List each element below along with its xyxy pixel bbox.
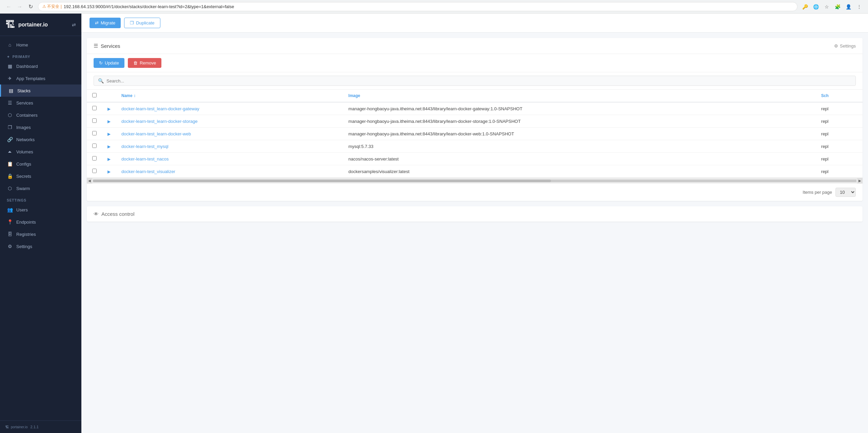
service-sched-cell: repl — [816, 140, 863, 153]
sidebar-item-configs[interactable]: 📋 Configs — [0, 158, 81, 170]
service-name-link[interactable]: docker-learn-test_learn-docker-web — [121, 131, 191, 136]
browser-actions: 🔑 🌐 ☆ 🧩 👤 ⋮ — [800, 2, 864, 12]
scheduled-column-header[interactable]: Sch — [816, 90, 863, 102]
expand-button[interactable]: ▶ — [107, 144, 111, 149]
table-row: ▶ docker-learn-test_visualizer dockersam… — [87, 165, 863, 178]
sidebar-item-swarm[interactable]: ⬡ Swarm — [0, 182, 81, 194]
services-table-wrapper: Name ↕ Image Sch — [87, 90, 863, 178]
image-column-header[interactable]: Image — [343, 90, 816, 102]
sidebar-item-app-templates[interactable]: ✈ App Templates — [0, 72, 81, 84]
row-checkbox-cell[interactable] — [87, 128, 102, 140]
expand-cell[interactable]: ▶ — [102, 115, 116, 128]
sidebar-item-services[interactable]: ☰ Services — [0, 97, 81, 109]
select-all-header — [87, 90, 102, 102]
expand-button[interactable]: ▶ — [107, 169, 111, 174]
expand-cell[interactable]: ▶ — [102, 165, 116, 178]
service-name-link[interactable]: docker-learn-test_mysql — [121, 144, 169, 149]
key-icon[interactable]: 🔑 — [800, 2, 810, 12]
name-column-header[interactable]: Name ↕ — [116, 90, 343, 102]
row-checkbox-cell[interactable] — [87, 115, 102, 128]
back-button[interactable]: ← — [4, 2, 14, 12]
table-row: ▶ docker-learn-test_nacos nacos/nacos-se… — [87, 153, 863, 165]
sidebar-item-volumes[interactable]: ⏶ Volumes — [0, 146, 81, 158]
sidebar-item-label: App Templates — [16, 76, 45, 81]
sidebar-item-label: Dashboard — [16, 64, 38, 69]
bookmark-icon[interactable]: ☆ — [822, 2, 831, 12]
migrate-icon: ⇄ — [95, 20, 99, 25]
service-name-cell: docker-learn-test_learn-docker-storage — [116, 115, 343, 128]
row-checkbox-cell[interactable] — [87, 153, 102, 165]
sidebar-item-dashboard[interactable]: ▦ Dashboard — [0, 60, 81, 72]
row-checkbox[interactable] — [92, 106, 97, 110]
sidebar-item-users[interactable]: 👥 Users — [0, 204, 81, 216]
sidebar-item-home[interactable]: ⌂ Home — [0, 39, 81, 51]
row-checkbox-cell[interactable] — [87, 165, 102, 178]
expand-cell[interactable]: ▶ — [102, 140, 116, 153]
service-name-link[interactable]: docker-learn-test_visualizer — [121, 169, 175, 174]
translate-icon[interactable]: 🌐 — [811, 2, 821, 12]
security-warning: ⚠ 不安全 | — [42, 4, 62, 10]
address-bar[interactable]: ⚠ 不安全 | 192.168.64.153:9000/#!/1/docker/… — [38, 2, 797, 11]
sidebar-item-networks[interactable]: 🔗 Networks — [0, 133, 81, 146]
service-name-cell: docker-learn-test_mysql — [116, 140, 343, 153]
nav-buttons: ← → ↻ — [4, 2, 35, 12]
row-checkbox-cell[interactable] — [87, 140, 102, 153]
row-checkbox[interactable] — [92, 144, 97, 148]
search-input[interactable] — [106, 78, 851, 83]
expand-button[interactable]: ▶ — [107, 157, 111, 162]
row-checkbox[interactable] — [92, 131, 97, 135]
profile-icon[interactable]: 👤 — [844, 2, 853, 12]
menu-icon[interactable]: ⋮ — [854, 2, 864, 12]
reload-button[interactable]: ↻ — [26, 2, 35, 12]
scroll-thumb[interactable] — [93, 180, 551, 182]
forward-button[interactable]: → — [15, 2, 24, 12]
sidebar-item-stacks[interactable]: ▤ Stacks — [0, 84, 81, 97]
update-button[interactable]: ↻ Update — [94, 58, 124, 68]
gear-icon: ⚙ — [834, 43, 838, 49]
row-checkbox-cell[interactable] — [87, 102, 102, 115]
select-all-checkbox[interactable] — [92, 93, 97, 97]
footer-version: 2.1.1 — [30, 425, 38, 429]
extension-icon[interactable]: 🧩 — [833, 2, 842, 12]
sidebar-item-endpoints[interactable]: 📍 Endpoints — [0, 216, 81, 228]
row-checkbox[interactable] — [92, 156, 97, 161]
volumes-icon: ⏶ — [7, 149, 13, 154]
sidebar-item-registries[interactable]: 🗄 Registries — [0, 228, 81, 240]
sidebar-item-secrets[interactable]: 🔒 Secrets — [0, 170, 81, 182]
services-settings-link[interactable]: ⚙ Settings — [834, 43, 856, 49]
row-checkbox[interactable] — [92, 118, 97, 123]
sidebar-item-label: Volumes — [16, 149, 33, 154]
sidebar-expand-btn[interactable]: ⇄ — [72, 22, 76, 27]
search-icon: 🔍 — [98, 78, 104, 83]
search-input-wrap[interactable]: 🔍 — [94, 76, 856, 86]
service-image-cell: manager-hongbaoyu-java.itheima.net:8443/… — [343, 128, 816, 140]
sidebar-item-images[interactable]: ❐ Images — [0, 121, 81, 133]
scroll-right-arrow[interactable]: ▶ — [857, 178, 863, 184]
migrate-button[interactable]: ⇄ Migrate — [90, 18, 121, 28]
duplicate-button[interactable]: ❐ Duplicate — [124, 18, 160, 28]
items-per-page-select[interactable]: 10 25 50 100 — [835, 188, 856, 197]
service-name-cell: docker-learn-test_learn-docker-gateway — [116, 102, 343, 115]
scroll-left-arrow[interactable]: ◀ — [87, 178, 92, 184]
sidebar-item-settings[interactable]: ⚙ Settings — [0, 240, 81, 252]
row-checkbox[interactable] — [92, 169, 97, 173]
footer-logo-icon: 🏗 — [5, 425, 9, 429]
table-footer: Items per page 10 25 50 100 — [87, 183, 863, 201]
services-table: Name ↕ Image Sch — [87, 90, 863, 178]
sidebar-item-containers[interactable]: ⬡ Containers — [0, 109, 81, 121]
service-image-cell: manager-hongbaoyu-java.itheima.net:8443/… — [343, 102, 816, 115]
sidebar-item-label: Configs — [16, 162, 31, 167]
expand-cell[interactable]: ▶ — [102, 153, 116, 165]
horizontal-scrollbar[interactable]: ◀ ▶ — [87, 178, 863, 183]
expand-button[interactable]: ▶ — [107, 119, 111, 124]
service-name-link[interactable]: docker-learn-test_nacos — [121, 156, 169, 162]
service-name-link[interactable]: docker-learn-test_learn-docker-storage — [121, 119, 198, 124]
expand-cell[interactable]: ▶ — [102, 102, 116, 115]
remove-button[interactable]: 🗑 Remove — [128, 58, 161, 68]
scroll-track[interactable] — [93, 180, 856, 182]
expand-button[interactable]: ▶ — [107, 132, 111, 136]
service-name-link[interactable]: docker-learn-test_learn-docker-gateway — [121, 106, 199, 111]
logo-icon: 🏗 — [5, 19, 15, 30]
expand-cell[interactable]: ▶ — [102, 128, 116, 140]
expand-button[interactable]: ▶ — [107, 107, 111, 111]
